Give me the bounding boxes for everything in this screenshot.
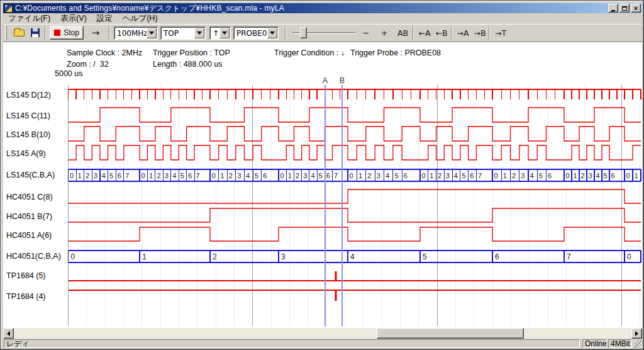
run-arrow-icon: → [92, 27, 100, 38]
maximize-button[interactable] [619, 4, 630, 13]
menu-view[interactable]: 表示(V) [55, 13, 92, 25]
dropdown-button[interactable] [219, 28, 230, 38]
info-trigger-probe: Trigger Probe : PROBE08 [350, 48, 441, 57]
toolbar-separator [285, 26, 286, 40]
cursor-b-right-button[interactable]: →B [472, 26, 488, 40]
chevron-down-icon [222, 31, 227, 35]
window-title: C:¥Documents and Settings¥noname¥デスクトップ¥… [15, 3, 284, 14]
trigger-edge-combo[interactable]: ↑ [209, 26, 231, 40]
toolbar: Stop → 100MHz TOP ↑ PROBE00 − + AB ←A [3, 24, 642, 42]
zoom-out-button[interactable]: − [358, 26, 374, 40]
info-zoom: Zoom : / 32 [67, 60, 109, 69]
status-memory: 4MBit [608, 339, 632, 348]
open-file-button[interactable] [11, 26, 26, 40]
scroll-right-button[interactable] [631, 328, 642, 339]
zoom-in-button[interactable]: + [377, 26, 392, 40]
close-button[interactable]: × [631, 4, 641, 13]
menu-file[interactable]: ファイル(F) [3, 13, 55, 25]
dropdown-button[interactable] [147, 28, 157, 38]
scroll-left-button[interactable] [3, 328, 14, 339]
horizontal-scrollbar[interactable] [3, 328, 642, 339]
minimize-button[interactable] [608, 4, 618, 13]
minimize-icon [611, 10, 615, 11]
zoom-ab-button[interactable]: AB [394, 26, 411, 40]
menu-bar: ファイル(F) 表示(V) 設定 ヘルプ(H) [3, 13, 642, 24]
stop-square-icon [54, 30, 60, 36]
arrow-left-icon [7, 331, 10, 336]
toolbar-separator [109, 26, 110, 40]
trigger-probe-combo[interactable]: PROBE00 [233, 26, 279, 40]
zoom-slider-handle[interactable] [300, 27, 307, 38]
cursor-a-right-button[interactable]: →A [455, 26, 471, 40]
maximize-icon [622, 6, 627, 11]
chevron-down-icon [149, 31, 154, 35]
status-online: Online [582, 339, 606, 348]
sample-rate-value: 100MHz [117, 29, 148, 38]
dropdown-button[interactable] [267, 28, 277, 38]
trigger-position-value: TOP [164, 29, 179, 38]
trigger-position-combo[interactable]: TOP [160, 26, 206, 40]
trigger-edge-value: ↑ [213, 29, 219, 38]
run-button[interactable]: → [87, 26, 104, 40]
info-length: Length : 488.000 us [153, 60, 223, 69]
cursor-b-left-button[interactable]: ←B [433, 26, 450, 40]
arrow-right-icon [635, 331, 638, 336]
status-bar: レディ Online 4MBit [3, 339, 642, 348]
toolbar-separator [413, 26, 414, 40]
toolbar-separator [489, 26, 490, 40]
zoom-slider[interactable] [292, 26, 357, 40]
app-icon [4, 4, 13, 13]
resize-grip-icon[interactable] [634, 340, 641, 347]
goto-trigger-button[interactable]: →T [492, 26, 509, 40]
save-floppy-icon [31, 28, 40, 37]
info-trigger-position: Trigger Position : TOP [153, 48, 230, 57]
info-sample-clock: Sample Clock : 2MHz [67, 48, 142, 57]
chevron-down-icon [270, 31, 275, 35]
toolbar-separator [45, 26, 46, 40]
title-bar[interactable]: C:¥Documents and Settings¥noname¥デスクトップ¥… [3, 3, 642, 13]
trigger-probe-value: PROBE00 [236, 29, 272, 38]
status-ready: レディ [4, 339, 580, 348]
cursor-a-left-button[interactable]: ←A [416, 26, 433, 40]
toolbar-gripper [5, 26, 7, 40]
menu-help[interactable]: ヘルプ(H) [118, 13, 163, 25]
hscroll-thumb[interactable] [377, 328, 524, 339]
sample-rate-combo[interactable]: 100MHz [114, 26, 158, 40]
close-icon: × [634, 5, 638, 11]
toolbar-separator [451, 26, 452, 40]
stop-button[interactable]: Stop [50, 26, 84, 40]
app-window: C:¥Documents and Settings¥noname¥デスクトップ¥… [0, 0, 644, 350]
chevron-down-icon [197, 31, 202, 35]
dropdown-button[interactable] [194, 28, 204, 38]
menu-settings[interactable]: 設定 [92, 13, 118, 25]
open-folder-icon [14, 30, 25, 37]
info-trigger-condition: Trigger Condition : ↓ [274, 48, 345, 57]
save-file-button[interactable] [28, 26, 43, 40]
stop-label: Stop [64, 28, 79, 37]
waveform-client-area: Sample Clock : 2MHz Trigger Position : T… [3, 42, 642, 339]
